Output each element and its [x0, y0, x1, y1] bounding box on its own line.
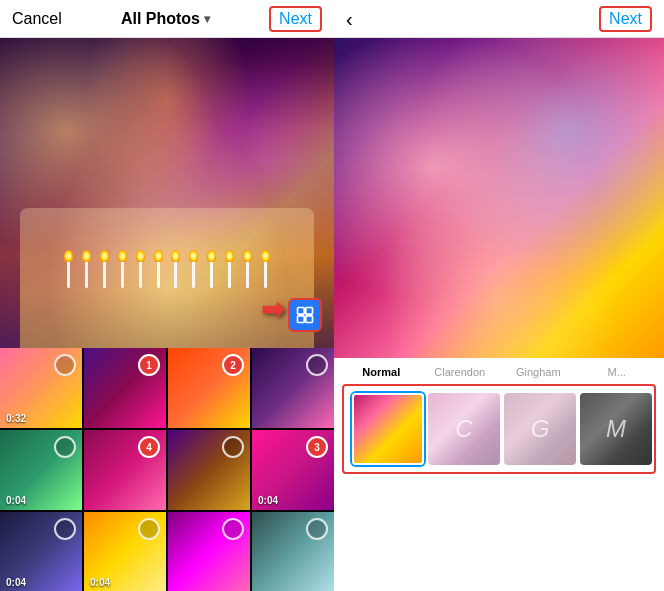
- candle: [192, 258, 195, 288]
- filter-label-gingham: Gingham: [499, 366, 578, 378]
- cake-area: [20, 208, 314, 348]
- filter-thumb-normal[interactable]: [352, 393, 424, 465]
- svg-rect-3: [306, 316, 313, 323]
- all-photos-dropdown[interactable]: All Photos ▾: [121, 10, 210, 28]
- filter-letter-c: C: [455, 415, 472, 443]
- candle: [103, 258, 106, 288]
- filter-strip-container: Normal Clarendon Gingham M... C G M: [334, 358, 664, 591]
- candle: [246, 258, 249, 288]
- thumbnail-item[interactable]: 0:04: [0, 430, 82, 510]
- select-circle: [138, 518, 160, 540]
- select-circle: [54, 354, 76, 376]
- thumbnail-duration: 0:04: [90, 577, 110, 588]
- left-header: Cancel All Photos ▾ Next: [0, 0, 334, 38]
- cancel-button[interactable]: Cancel: [12, 10, 62, 28]
- select-circle-numbered: 4: [138, 436, 160, 458]
- thumbnail-duration: 0:04: [6, 495, 26, 506]
- all-photos-label: All Photos: [121, 10, 200, 28]
- right-header: ‹ Next: [334, 0, 664, 38]
- multiselect-icon[interactable]: [288, 298, 322, 332]
- filter-thumbnails[interactable]: C G M: [342, 384, 656, 474]
- thumbnail-item[interactable]: 0:04: [0, 512, 82, 591]
- next-button-left[interactable]: Next: [269, 6, 322, 32]
- select-circle: [306, 354, 328, 376]
- right-main-photo-bg: [334, 38, 664, 358]
- right-panel: ‹ Next Normal Clarendon Gingham M... C G…: [334, 0, 664, 591]
- main-photo-area: ➡: [0, 38, 334, 348]
- filter-label-normal: Normal: [342, 366, 421, 378]
- red-arrow-indicator: ➡: [261, 293, 284, 326]
- filter-thumb-clarendon[interactable]: C: [428, 393, 500, 465]
- select-circle: [54, 518, 76, 540]
- candle: [174, 258, 177, 288]
- filter-labels: Normal Clarendon Gingham M...: [334, 366, 664, 384]
- candle: [139, 258, 142, 288]
- candle: [210, 258, 213, 288]
- candle: [157, 258, 160, 288]
- chevron-down-icon: ▾: [204, 12, 210, 26]
- candles: [60, 228, 274, 288]
- thumbnail-item[interactable]: 1: [84, 348, 166, 428]
- filter-letter-m: M: [606, 415, 626, 443]
- candle: [264, 258, 267, 288]
- svg-rect-2: [298, 316, 305, 323]
- thumbnail-item[interactable]: 2: [168, 348, 250, 428]
- back-button[interactable]: ‹: [346, 9, 353, 29]
- select-circle: [306, 518, 328, 540]
- select-circle-numbered: 1: [138, 354, 160, 376]
- thumbnail-item[interactable]: [252, 512, 334, 591]
- thumbnail-duration: 0:32: [6, 413, 26, 424]
- right-photo-overlay: [334, 38, 664, 358]
- thumbnail-duration: 0:04: [6, 577, 26, 588]
- filter-label-moon: M...: [578, 366, 657, 378]
- svg-rect-0: [298, 308, 305, 315]
- thumbnail-item[interactable]: 4: [84, 430, 166, 510]
- right-main-photo: [334, 38, 664, 358]
- thumbnail-item[interactable]: [168, 512, 250, 591]
- filter-thumb-gingham[interactable]: G: [504, 393, 576, 465]
- svg-rect-1: [306, 308, 313, 315]
- thumbnail-item[interactable]: [252, 348, 334, 428]
- select-circle-numbered: 3: [306, 436, 328, 458]
- filter-thumb-moon[interactable]: M: [580, 393, 652, 465]
- select-circle: [222, 436, 244, 458]
- thumbnail-item[interactable]: [168, 430, 250, 510]
- candle: [121, 258, 124, 288]
- select-circle: [54, 436, 76, 458]
- candle: [228, 258, 231, 288]
- thumbnail-grid: 0:32 1 2 0:04 4 3 0: [0, 348, 334, 591]
- candle: [67, 258, 70, 288]
- candle: [85, 258, 88, 288]
- select-circle: [222, 518, 244, 540]
- select-circle-numbered: 2: [222, 354, 244, 376]
- filter-label-clarendon: Clarendon: [421, 366, 500, 378]
- thumbnail-item[interactable]: 3 0:04: [252, 430, 334, 510]
- left-panel: Cancel All Photos ▾ Next: [0, 0, 334, 591]
- thumbnail-item[interactable]: 0:32: [0, 348, 82, 428]
- filter-letter-g: G: [531, 415, 550, 443]
- thumbnail-duration: 0:04: [258, 495, 278, 506]
- next-button-right[interactable]: Next: [599, 6, 652, 32]
- thumbnail-item[interactable]: 0:04: [84, 512, 166, 591]
